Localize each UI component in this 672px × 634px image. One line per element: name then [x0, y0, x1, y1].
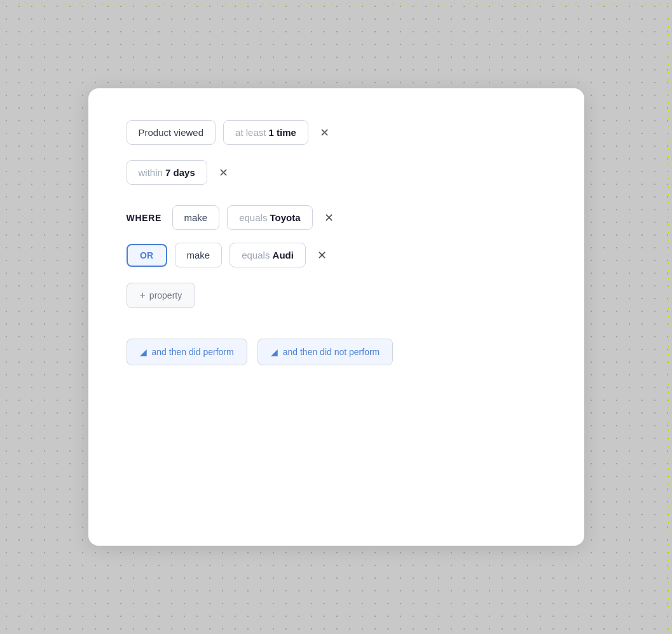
not-perform-label: and then did not perform — [283, 347, 380, 357]
where-condition-row: WHERE make equals Toyota ✕ — [127, 205, 546, 230]
event-selector[interactable]: Product viewed — [127, 120, 216, 145]
frequency-muted: at least — [235, 127, 266, 138]
frequency-selector[interactable]: at least 1 time — [223, 120, 308, 145]
add-property-row: + property — [127, 283, 546, 308]
plus-icon: + — [140, 290, 146, 301]
timeframe-row: within 7 days ✕ — [127, 160, 546, 185]
did-perform-button[interactable]: ◢ and then did perform — [127, 339, 247, 365]
event-row: Product viewed at least 1 time ✕ — [127, 120, 546, 145]
or-property-label: make — [187, 250, 210, 260]
or-condition-muted: equals — [242, 250, 270, 260]
remove-where-button[interactable]: ✕ — [320, 209, 338, 227]
remove-or-button[interactable]: ✕ — [313, 246, 331, 264]
within-muted: within — [139, 167, 163, 178]
within-bold: 7 days — [165, 167, 195, 178]
where-property-selector[interactable]: make — [172, 205, 220, 230]
timeframe-selector[interactable]: within 7 days — [127, 160, 207, 185]
perform-filter-icon: ◢ — [140, 347, 147, 357]
or-condition-bold: Audi — [273, 250, 294, 260]
event-label: Product viewed — [139, 127, 204, 138]
did-not-perform-button[interactable]: ◢ and then did not perform — [257, 339, 394, 365]
or-property-selector[interactable]: make — [175, 243, 223, 267]
add-property-label: property — [149, 290, 182, 300]
or-button[interactable]: OR — [127, 244, 167, 267]
where-label: WHERE — [127, 213, 165, 223]
add-property-button[interactable]: + property — [127, 283, 196, 308]
remove-timeframe-button[interactable]: ✕ — [215, 164, 233, 182]
remove-event-button[interactable]: ✕ — [316, 124, 334, 142]
perform-label: and then did perform — [152, 347, 234, 357]
or-condition-selector[interactable]: equals Audi — [230, 243, 306, 267]
frequency-bold: 1 time — [269, 127, 296, 138]
where-condition-selector[interactable]: equals Toyota — [227, 205, 312, 230]
or-condition-row: OR make equals Audi ✕ — [127, 243, 546, 267]
where-property-label: make — [184, 212, 208, 223]
action-buttons-row: ◢ and then did perform ◢ and then did no… — [127, 339, 546, 365]
not-perform-filter-icon: ◢ — [271, 347, 278, 357]
filter-card: Product viewed at least 1 time ✕ within … — [88, 88, 584, 546]
where-condition-bold: Toyota — [270, 212, 301, 223]
or-label: OR — [140, 250, 153, 260]
where-condition-muted: equals — [239, 212, 267, 223]
